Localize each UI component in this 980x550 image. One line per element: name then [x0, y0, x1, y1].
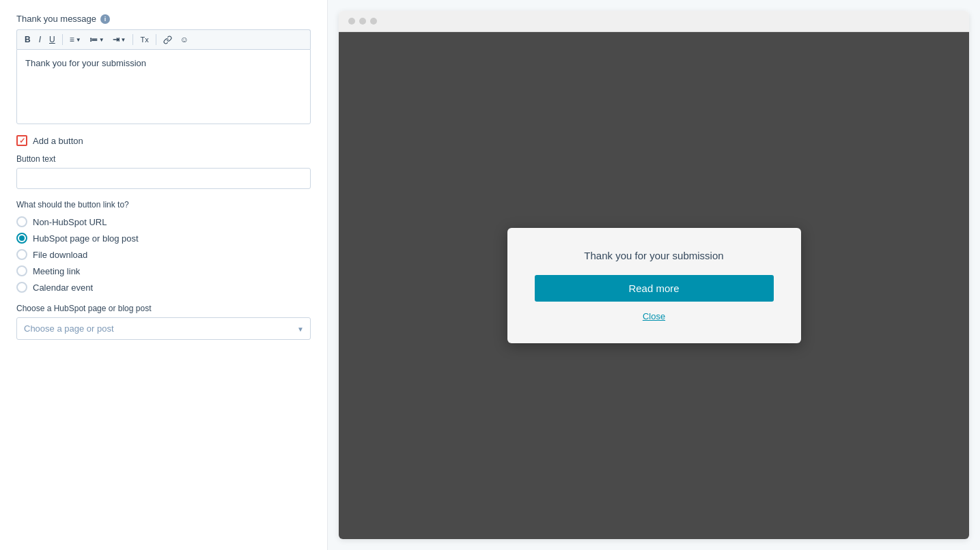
toolbar-divider-3 [156, 34, 156, 45]
thank-you-text-editor[interactable]: Thank you for your submission [16, 49, 311, 124]
right-panel: Thank you for your submission Read more … [328, 0, 980, 550]
browser-content: Thank you for your submission Read more … [339, 32, 969, 539]
button-text-input[interactable] [16, 168, 311, 189]
radio-meeting-link[interactable]: Meeting link [16, 265, 311, 276]
clear-format-button[interactable]: Tx [137, 33, 152, 46]
page-post-dropdown[interactable]: Choose a page or post [16, 317, 311, 340]
dropdown-label: Choose a HubSpot page or blog post [16, 304, 311, 313]
dropdown-wrapper: Choose a page or post ▼ [16, 317, 311, 340]
radio-outer-hubspot-page [16, 233, 27, 244]
link-question-label: What should the button link to? [16, 200, 311, 209]
modal-title: Thank you for your submission [535, 250, 774, 261]
radio-outer-non-hubspot [16, 216, 27, 227]
info-icon[interactable]: i [100, 14, 110, 24]
bold-button[interactable]: B [21, 33, 34, 46]
radio-inner-hubspot-page [19, 235, 25, 241]
add-button-row: Add a button [16, 135, 311, 146]
modal-box: Thank you for your submission Read more … [507, 228, 801, 343]
emoji-button[interactable]: ☺ [177, 33, 192, 46]
modal-overlay: Thank you for your submission Read more … [339, 32, 969, 539]
radio-label-non-hubspot: Non-HubSpot URL [33, 217, 107, 227]
browser-frame: Thank you for your submission Read more … [339, 11, 969, 539]
list-button[interactable]: ≔ ▼ [86, 33, 108, 46]
read-more-button[interactable]: Read more [535, 275, 774, 302]
link-button[interactable] [160, 33, 176, 46]
radio-label-calendar-event: Calendar event [33, 283, 93, 293]
modal-close-link[interactable]: Close [535, 311, 774, 321]
add-button-checkbox[interactable] [16, 135, 27, 146]
toolbar-divider-1 [62, 34, 63, 45]
radio-non-hubspot[interactable]: Non-HubSpot URL [16, 216, 311, 227]
radio-outer-file-download [16, 249, 27, 260]
radio-file-download[interactable]: File download [16, 249, 311, 260]
thank-you-section-label: Thank you message i [16, 14, 311, 24]
italic-button[interactable]: I [36, 33, 44, 46]
browser-dot-3 [370, 18, 377, 25]
hubspot-page-dropdown-section: Choose a HubSpot page or blog post Choos… [16, 304, 311, 340]
underline-button[interactable]: U [46, 33, 59, 46]
browser-dot-1 [348, 18, 355, 25]
toolbar-divider-2 [132, 34, 133, 45]
radio-calendar-event[interactable]: Calendar event [16, 282, 311, 293]
radio-label-hubspot-page: HubSpot page or blog post [33, 233, 139, 244]
align-button[interactable]: ≡ ▼ [66, 33, 85, 46]
thank-you-label: Thank you message [16, 14, 96, 24]
add-button-label: Add a button [33, 136, 83, 146]
left-panel: Thank you message i B I U ≡ ▼ ≔ ▼ ⇥ ▼ Tx… [0, 0, 328, 550]
radio-hubspot-page[interactable]: HubSpot page or blog post [16, 233, 311, 244]
indent-button[interactable]: ⇥ ▼ [109, 33, 130, 46]
radio-label-file-download: File download [33, 250, 87, 260]
button-text-label: Button text [16, 154, 311, 164]
link-type-radio-group: Non-HubSpot URL HubSpot page or blog pos… [16, 216, 311, 293]
browser-bar [339, 11, 969, 32]
rich-text-toolbar: B I U ≡ ▼ ≔ ▼ ⇥ ▼ Tx ☺ [16, 29, 311, 49]
radio-outer-meeting-link [16, 265, 27, 276]
button-text-section: Button text [16, 154, 311, 200]
editor-content: Thank you for your submission [25, 58, 146, 68]
radio-outer-calendar-event [16, 282, 27, 293]
radio-label-meeting-link: Meeting link [33, 266, 80, 276]
browser-dot-2 [359, 18, 366, 25]
